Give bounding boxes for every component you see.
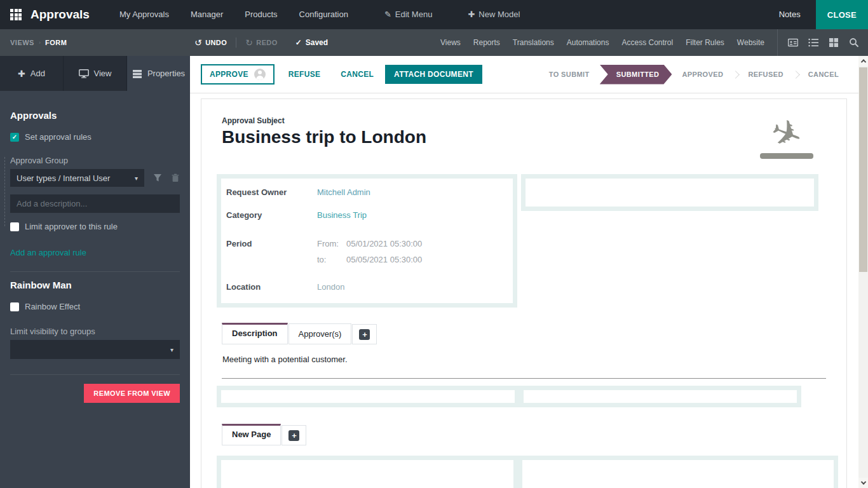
fields-group-highlight[interactable]: Request Owner Mitchell Admin Category Bu… [217, 174, 517, 308]
list-view-icon[interactable] [808, 37, 818, 48]
field-dropzone-placeholder[interactable] [521, 174, 818, 211]
add-approval-rule-link[interactable]: Add an approval rule [10, 248, 86, 257]
tab-description[interactable]: Description [222, 323, 288, 344]
scroll-up-arrow[interactable] [858, 56, 868, 66]
fields-row: Request Owner Mitchell Admin Category Bu… [222, 174, 826, 308]
stage-refused[interactable]: REFUSED [740, 71, 791, 78]
period-from: From: 05/01/2021 05:30:00 [317, 239, 422, 248]
checkbox-checked-icon[interactable]: ✓ [10, 133, 19, 142]
plus-icon: ✚ [18, 69, 25, 79]
sidebar-tab-view[interactable]: View [64, 56, 127, 91]
kanban-view-icon[interactable] [829, 37, 839, 48]
dropzone-cell[interactable] [524, 390, 797, 403]
scroll-down-arrow[interactable] [858, 478, 868, 488]
studio-tab-access-control[interactable]: Access Control [615, 29, 679, 56]
menu-manager[interactable]: Manager [180, 0, 234, 29]
vertical-scrollbar[interactable] [858, 56, 868, 488]
undo-icon: ↺ [194, 37, 202, 48]
studio-view-icons [777, 29, 868, 56]
attach-document-button[interactable]: ATTACH DOCUMENT [385, 65, 482, 84]
add-tab-button[interactable]: + [352, 324, 377, 344]
notes-button[interactable]: Notes [764, 0, 816, 29]
scrollbar-thumb[interactable] [859, 67, 867, 272]
tab-approvers[interactable]: Approver(s) [288, 323, 352, 344]
dropzone-strip[interactable] [217, 386, 801, 407]
studio-tab-translations[interactable]: Translations [506, 29, 560, 56]
undo-button[interactable]: ↺ UNDO [194, 37, 227, 48]
period-from-value[interactable]: 05/01/2021 05:30:00 [346, 239, 422, 248]
field-label: Period [226, 239, 317, 264]
refuse-button[interactable]: REFUSE [282, 66, 327, 83]
dropzone-cell[interactable] [221, 460, 513, 488]
trash-icon[interactable] [171, 173, 180, 182]
apps-menu-icon[interactable] [10, 9, 22, 20]
record-action-bar: APPROVE REFUSE CANCEL ATTACH DOCUMENT TO… [190, 56, 858, 93]
status-pipeline: TO SUBMIT SUBMITTED APPROVED REFUSED CAN… [541, 65, 847, 85]
breadcrumb: VIEWS › FORM [10, 39, 156, 46]
sidebar-tab-add[interactable]: ✚ Add [0, 56, 64, 91]
toolbar-divider [236, 37, 236, 48]
dropzone-strip[interactable] [217, 456, 838, 488]
field-category: Category Business Trip [226, 210, 505, 220]
approve-button[interactable]: APPROVE [201, 64, 275, 85]
studio-tab-reports[interactable]: Reports [467, 29, 506, 56]
properties-icon [132, 69, 142, 78]
search-icon[interactable] [849, 37, 859, 48]
approval-group-select[interactable]: User types / Internal User ▾ [10, 169, 144, 187]
breadcrumb-form[interactable]: FORM [45, 39, 67, 46]
close-studio-button[interactable]: CLOSE [816, 0, 868, 29]
studio-tab-automations[interactable]: Automations [560, 29, 616, 56]
filter-icon[interactable] [153, 173, 162, 182]
chevron-right-icon [732, 71, 740, 79]
field-label: Category [226, 210, 317, 220]
stage-to-submit[interactable]: TO SUBMIT [541, 71, 598, 78]
rule-description-input[interactable] [10, 194, 180, 213]
field-request-owner: Request Owner Mitchell Admin [226, 187, 505, 197]
cancel-button[interactable]: CANCEL [334, 66, 380, 83]
add-tab-button[interactable]: + [281, 425, 306, 445]
stage-cancel[interactable]: CANCEL [800, 71, 847, 78]
sidebar-tab-bar: ✚ Add View Properties [0, 56, 190, 91]
sidebar-properties-panel: Approvals ✓ Set approval rules Approval … [0, 91, 190, 414]
menu-configuration[interactable]: Configuration [288, 0, 359, 29]
menu-my-approvals[interactable]: My Approvals [109, 0, 180, 29]
checkbox-unchecked-icon[interactable] [10, 222, 19, 231]
menu-products[interactable]: Products [234, 0, 288, 29]
app-title[interactable]: Approvals [31, 8, 90, 22]
field-label: Location [226, 282, 317, 292]
monitor-icon [79, 69, 89, 78]
plus-icon: + [359, 329, 370, 340]
limit-visibility-select[interactable]: ▾ [10, 340, 180, 359]
sheet-header: Approval Subject Business trip to London… [222, 116, 826, 159]
edit-menu-button[interactable]: ✎ Edit Menu [373, 0, 444, 29]
dropzone-cell[interactable] [522, 460, 834, 488]
stage-approved[interactable]: APPROVED [674, 71, 731, 78]
breadcrumb-views[interactable]: VIEWS [10, 39, 34, 46]
chevron-down-icon: ▾ [170, 346, 173, 353]
studio-tab-website[interactable]: Website [731, 29, 771, 56]
period-to-value[interactable]: 05/05/2021 05:30:00 [346, 255, 422, 264]
location-value[interactable]: London [317, 282, 344, 292]
category-link[interactable]: Business Trip [317, 210, 367, 220]
limit-approver-checkbox-row[interactable]: Limit approver to this rule [10, 222, 180, 231]
approval-subject-value[interactable]: Business trip to London [222, 127, 426, 147]
plus-icon: ✚ [468, 0, 475, 29]
plane-icon: ✈ [756, 116, 817, 159]
rainbow-effect-checkbox-row[interactable]: Rainbow Effect [10, 302, 180, 311]
studio-tab-filter-rules[interactable]: Filter Rules [679, 29, 731, 56]
tab-new-page[interactable]: New Page [222, 424, 281, 445]
request-owner-link[interactable]: Mitchell Admin [317, 187, 370, 197]
checkbox-unchecked-icon[interactable] [10, 302, 19, 311]
set-approval-rules-checkbox-row[interactable]: ✓ Set approval rules [10, 132, 180, 142]
description-text[interactable]: Meeting with a potential customer. [222, 355, 826, 364]
field-location: Location London [226, 282, 505, 292]
studio-edit-controls: ↺ UNDO ↻ REDO ✓ Saved [194, 37, 328, 48]
redo-button[interactable]: ↻ REDO [245, 37, 278, 48]
stage-submitted-active[interactable]: SUBMITTED [600, 65, 672, 85]
studio-tab-views[interactable]: Views [434, 29, 467, 56]
new-model-button[interactable]: ✚ New Model [456, 0, 531, 29]
contact-card-icon[interactable] [788, 37, 798, 48]
sidebar-tab-properties[interactable]: Properties [127, 56, 190, 91]
remove-from-view-button[interactable]: REMOVE FROM VIEW [84, 384, 180, 403]
dropzone-cell[interactable] [221, 390, 515, 403]
